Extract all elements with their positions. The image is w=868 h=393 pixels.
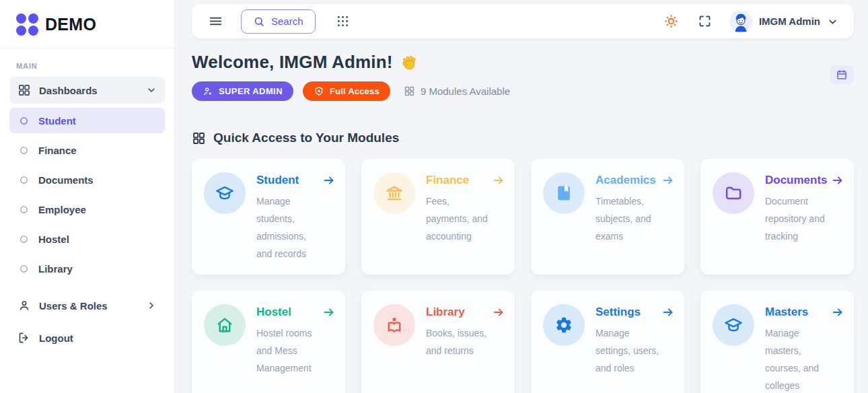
arrow-right-icon[interactable]	[661, 174, 675, 187]
welcome-section: Welcome, IMGM Admin! SUPER ADMIN Full Ac…	[192, 52, 854, 101]
modules-grid: Student Manage students, admissions, and…	[192, 159, 854, 393]
user-name: IMGM Admin	[759, 15, 820, 27]
badge-row: SUPER ADMIN Full Access 9 Modules Availa…	[192, 81, 854, 101]
fullscreen-icon[interactable]	[698, 14, 712, 28]
search-button[interactable]: Search	[241, 9, 316, 34]
home-icon	[215, 316, 234, 334]
module-card-masters[interactable]: Masters Manage masters, courses, and col…	[700, 291, 854, 393]
arrow-right-icon[interactable]	[661, 306, 675, 319]
apps-grid-icon[interactable]	[336, 14, 350, 28]
module-card-library[interactable]: Library Books, issues, and returns	[361, 291, 515, 393]
module-icon-circle	[713, 304, 754, 346]
arrow-right-icon[interactable]	[492, 306, 505, 319]
chevron-right-icon	[146, 300, 157, 311]
sidebar-item-hostel[interactable]: Hostel	[9, 226, 165, 252]
circle-icon	[19, 145, 29, 155]
module-card-documents[interactable]: Documents Document repository and tracki…	[700, 159, 854, 275]
module-card-finance[interactable]: Finance Fees, payments, and accounting	[361, 159, 515, 275]
module-description: Manage settings, users, and roles	[595, 324, 661, 377]
chevron-down-icon	[827, 16, 838, 27]
graduation-cap-icon	[215, 184, 234, 203]
module-icon-circle	[204, 172, 246, 214]
dashboards-submenu: Student Finance Documents Employee Hoste…	[9, 108, 165, 281]
module-title[interactable]: Student	[256, 174, 299, 187]
module-title[interactable]: Finance	[426, 174, 469, 187]
sidebar-item-documents[interactable]: Documents	[9, 167, 165, 192]
module-title[interactable]: Settings	[595, 306, 641, 319]
book-bookmark-icon	[554, 184, 573, 203]
module-description: Hostel rooms and Mess Management	[256, 324, 322, 377]
grid-icon	[192, 131, 206, 145]
user-menu[interactable]: IMGM Admin	[729, 10, 838, 33]
page-title: Welcome, IMGM Admin!	[192, 52, 393, 73]
module-description: Timetables, subjects, and exams	[595, 192, 661, 245]
hamburger-menu-icon[interactable]	[208, 13, 223, 29]
circle-icon	[19, 116, 29, 126]
sidebar-item-logout[interactable]: Logout	[9, 324, 165, 351]
arrow-right-icon[interactable]	[492, 174, 505, 187]
module-icon-circle	[204, 304, 246, 346]
circle-icon	[19, 234, 29, 244]
logout-icon	[17, 331, 31, 345]
user-icon	[17, 299, 31, 312]
sun-icon[interactable]	[663, 13, 679, 29]
module-description: Fees, payments, and accounting	[426, 192, 492, 245]
arrow-right-icon[interactable]	[322, 174, 336, 187]
search-icon	[253, 15, 265, 28]
module-description: Manage students, admissions, and records	[256, 192, 322, 262]
grid-icon	[17, 83, 31, 97]
sidebar-item-finance[interactable]: Finance	[9, 137, 165, 163]
arrow-right-icon[interactable]	[831, 174, 844, 187]
grid-icon	[404, 85, 415, 97]
arrow-right-icon[interactable]	[322, 306, 336, 319]
search-label: Search	[271, 15, 303, 27]
access-badge-label: Full Access	[330, 86, 379, 96]
sidebar-item-student[interactable]: Student	[9, 108, 165, 133]
section-title: Quick Access to Your Modules	[213, 131, 399, 145]
folder-icon	[724, 184, 743, 203]
module-description: Books, issues, and returns	[426, 324, 492, 359]
module-title[interactable]: Hostel	[256, 306, 291, 319]
module-card-hostel[interactable]: Hostel Hostel rooms and Mess Management	[192, 291, 345, 393]
sidebar-item-dashboards[interactable]: Dashboards	[9, 77, 165, 104]
module-card-student[interactable]: Student Manage students, admissions, and…	[192, 159, 345, 275]
modules-available: 9 Modules Available	[404, 85, 510, 97]
sidebar-item-label: Hostel	[38, 234, 69, 245]
graduation-cap-icon	[724, 316, 743, 334]
module-title[interactable]: Academics	[595, 174, 656, 187]
topbar: Search IMGM Admin	[192, 4, 854, 38]
sidebar-item-label: Employee	[38, 204, 86, 215]
sidebar-item-label: Documents	[38, 174, 94, 186]
access-badge[interactable]: Full Access	[303, 81, 390, 101]
sidebar-item-label: Student	[38, 115, 76, 127]
role-badge[interactable]: SUPER ADMIN	[192, 81, 293, 101]
module-card-settings[interactable]: Settings Manage settings, users, and rol…	[531, 291, 684, 393]
shield-icon	[314, 86, 324, 97]
module-icon-circle	[543, 304, 585, 346]
brand-name: DEMO	[45, 15, 96, 34]
module-description: Manage masters, courses, and colleges	[765, 324, 831, 393]
sidebar: DEMO MAIN Dashboards Student Finance D	[0, 0, 175, 393]
reader-icon	[385, 316, 404, 334]
circle-icon	[19, 264, 29, 274]
sidebar-item-users-roles[interactable]: Users & Roles	[9, 292, 165, 319]
brand-logo[interactable]: DEMO	[0, 0, 174, 48]
sidebar-nav: Dashboards Student Finance Documents Emp…	[0, 77, 174, 351]
chevron-down-icon	[146, 85, 157, 96]
sidebar-item-library[interactable]: Library	[9, 256, 165, 281]
modules-available-label: 9 Modules Available	[421, 85, 510, 97]
sidebar-section-label: MAIN	[16, 62, 158, 70]
module-icon-circle	[713, 172, 754, 214]
module-title[interactable]: Masters	[765, 306, 808, 319]
module-card-academics[interactable]: Academics Timetables, subjects, and exam…	[531, 159, 684, 275]
quick-access-section: Quick Access to Your Modules Student Man…	[192, 131, 854, 393]
gear-icon	[554, 316, 573, 334]
module-title[interactable]: Library	[426, 306, 465, 319]
circle-icon	[19, 175, 29, 185]
sidebar-item-employee[interactable]: Employee	[9, 196, 165, 222]
sidebar-item-label: Library	[38, 263, 73, 275]
module-title[interactable]: Documents	[765, 174, 828, 187]
calendar-icon[interactable]	[830, 65, 854, 84]
avatar	[729, 10, 752, 33]
arrow-right-icon[interactable]	[831, 306, 844, 319]
